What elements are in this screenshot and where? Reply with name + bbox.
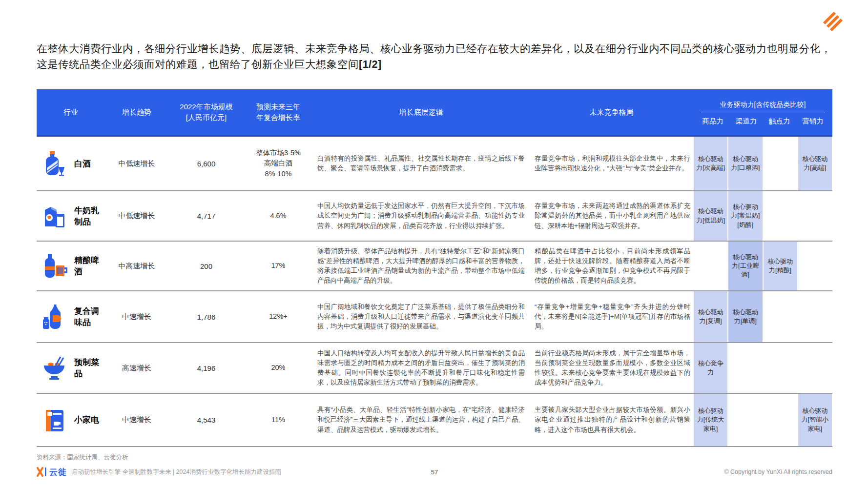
competition-text: 主要被几家头部大型企业占据较大市场份额。新兴小家电企业通过推出独特的产品设计和创…: [530, 394, 693, 446]
driver-cell-3-empty: [763, 137, 798, 190]
driver-subheaders: 商品力渠道力触点力营销力: [696, 117, 829, 126]
industry-name: 小家电: [74, 414, 99, 426]
driver-subheader-4: 营销力: [796, 117, 829, 126]
driver-subheader-1: 商品力: [696, 117, 729, 126]
source-note: 资料来源：国家统计局、云徙分析: [37, 453, 128, 462]
cagr-value: 12%+: [244, 291, 312, 342]
driver-subheader-3: 触点力: [763, 117, 796, 126]
table-row: 复合调味品 中速增长 1,786 12%+ 中国广阔地域和餐饮文化奠定了广泛菜系…: [37, 291, 832, 343]
driver-cell-4-empty: [798, 343, 832, 393]
competition-text: 当前行业稳态格局尚未形成，属于完全增量型市场，当前预制菜企业呈现数量多而规模小，…: [530, 343, 693, 393]
market-size-value: 4,543: [168, 394, 244, 446]
industry-name: 牛奶乳制品: [74, 205, 105, 227]
cagr-value: 11%: [244, 394, 312, 446]
brand-logo: 云徙: [37, 467, 67, 478]
header-growth-trend: 增长趋势: [105, 89, 168, 135]
driver-cell-3-empty: [763, 291, 798, 342]
market-size-value: 4,717: [168, 191, 244, 241]
competition-text: “存量竞争+增量竞争+稳量竞争”齐头并进的分饼时代，未来将是N[全能选手]+M[…: [530, 291, 693, 342]
yunxi-logo-icon: [37, 467, 47, 477]
growth-logic-text: 中国广阔地域和餐饮文化奠定了广泛菜系基础，提供了极佳品类细分和内容基础，消费升级…: [312, 291, 530, 342]
header-drivers-group: 业务驱动力[含传统品类比较] 商品力渠道力触点力营销力: [693, 89, 832, 135]
header-industry: 行业: [37, 89, 105, 135]
header-growth-logic: 增长底层逻辑: [312, 89, 530, 135]
driver-cells: 核心驱动力[复调]核心驱动力[单调]: [693, 291, 832, 342]
driver-cell-2-empty: [728, 343, 763, 393]
driver-subheader-2: 渠道力: [729, 117, 763, 126]
competition-text: 存量竞争市场，未来两超将通过成熟的渠道体系扩充除常温奶外的其他品类，而中小乳企则…: [530, 191, 693, 241]
industry-name: 精酿啤酒: [74, 255, 105, 277]
cagr-value: 整体市场3-5% 高端白酒 8%-10%: [244, 137, 312, 190]
driver-cell-1-empty: [693, 242, 728, 290]
craft-beer-icon: [41, 252, 68, 280]
driver-cells: 核心竞争力: [693, 343, 832, 393]
industry-name: 白酒: [74, 158, 91, 169]
industry-name: 复合调味品: [74, 305, 105, 328]
page-title-index: [1/2]: [359, 59, 382, 70]
driver-cell-4: 核心驱动力[智能小家电]: [798, 394, 832, 446]
market-size-value: 1,786: [168, 291, 244, 342]
brand-name: 云徙: [49, 467, 67, 478]
driver-cell-2: 核心驱动力[口粮酒]: [728, 137, 763, 190]
driver-cell-2: 核心驱动力[单调]: [728, 291, 763, 342]
growth-trend: 高速增长: [105, 343, 168, 393]
driver-cells: 核心驱动力[传统大家电]核心驱动力[智能小家电]: [693, 394, 832, 446]
growth-logic-text: 白酒特有的投资属性、礼品属性、社交属性长期存在，疫情之后线下餐饮、聚会、宴请等场…: [312, 137, 530, 190]
growth-logic-text: 随着消费升级、整体产品结构提升，具有“独特爱尔工艺”和“新鲜凉爽口感”差异性的精…: [312, 242, 530, 290]
growth-trend: 中速增长: [105, 291, 168, 342]
driver-cell-1: 核心驱动力[复调]: [693, 291, 728, 342]
market-size-value: 6,600: [168, 137, 244, 190]
drivers-header-divider: [701, 113, 825, 113]
header-cagr: 预测未来三年 年复合增长率: [244, 89, 312, 135]
driver-cell-2: 核心驱动力[工业啤酒]: [728, 242, 763, 290]
driver-cell-1: 核心驱动力[传统大家电]: [693, 394, 728, 446]
page-title: 在整体大消费行业内，各细分行业增长趋势、底层逻辑、未来竞争格局、核心业务驱动力已…: [37, 41, 835, 73]
seasoning-bottle-icon: [41, 303, 68, 331]
driver-cells: 核心驱动力[工业啤酒]核心驱动力[精酿]: [693, 242, 832, 290]
driver-cell-3-empty: [763, 343, 798, 393]
driver-cell-1: 核心驱动力[低温奶]: [693, 191, 728, 241]
page-number: 57: [431, 468, 438, 476]
growth-logic-text: 中国人口结构转变及人均可支配收入的提升导致人民日益增长的美食品味需求与匮乏的时间…: [312, 343, 530, 393]
footer: 云徙 启动韧性增长引擎 全速制胜数字未来 | 2024消费行业数字化增长能力建设…: [37, 465, 832, 479]
cagr-value: 4.6%: [244, 191, 312, 241]
industry-comparison-table: 行业 增长趋势 2022年市场规模 [人民币亿元] 预测未来三年 年复合增长率 …: [37, 89, 832, 447]
table-row: 精酿啤酒 中高速增长 200 17% 随着消费升级、整体产品结构提升，具有“独特…: [37, 242, 832, 291]
small-appliance-icon: [41, 406, 68, 434]
header-competition: 未来竞争格局: [530, 89, 693, 135]
corner-stripes-icon: [822, 11, 843, 31]
footer-tagline: 启动韧性增长引擎 全速制胜数字未来 | 2024消费行业数字化增长能力建设指南: [72, 468, 281, 476]
slide: 在整体大消费行业内，各细分行业增长趋势、底层逻辑、未来竞争格局、核心业务驱动力已…: [0, 0, 868, 488]
baijiu-bottle-icon: [41, 149, 68, 178]
driver-cell-4: 核心驱动力[高端]: [798, 137, 832, 190]
growth-trend: 中低速增长: [105, 191, 168, 241]
prepared-food-bowl-icon: [41, 354, 68, 382]
milk-carton-icon: [41, 202, 68, 230]
driver-cell-2: 核心驱动力[常温奶][奶酪]: [728, 191, 763, 241]
growth-logic-text: 具有“小品类、大单品、轻生活”特性创新小家电，在“宅经济、健康经济和悦己经济”三…: [312, 394, 530, 446]
cagr-value: 20%: [244, 343, 312, 393]
market-size-value: 4,196: [168, 343, 244, 393]
driver-cell-3-empty: [763, 191, 798, 241]
growth-trend: 中低速增长: [105, 137, 168, 190]
cagr-value: 17%: [244, 242, 312, 290]
table-header: 行业 增长趋势 2022年市场规模 [人民币亿元] 预测未来三年 年复合增长率 …: [37, 89, 832, 137]
driver-cell-3-empty: [763, 394, 798, 446]
driver-cell-4-empty: [798, 242, 832, 290]
driver-cells: 核心驱动力[次高端]核心驱动力[口粮酒]核心驱动力[高端]: [693, 137, 832, 190]
driver-cell-2-empty: [728, 394, 763, 446]
table-row: 白酒 中低速增长 6,600 整体市场3-5% 高端白酒 8%-10% 白酒特有…: [37, 137, 832, 191]
competition-text: 存量竞争市场，利润和规模往头部企业集中，未来行业阵营将出现快速分化，“大强”与“…: [530, 137, 693, 190]
table-body: 白酒 中低速增长 6,600 整体市场3-5% 高端白酒 8%-10% 白酒特有…: [37, 137, 832, 447]
header-market-size: 2022年市场规模 [人民币亿元]: [168, 89, 244, 135]
page-title-text: 在整体大消费行业内，各细分行业增长趋势、底层逻辑、未来竞争格局、核心业务驱动力已…: [37, 43, 831, 70]
copyright: © Copyright by YunXi All rights reserved: [724, 468, 832, 475]
header-drivers-group-label: 业务驱动力[含传统品类比较]: [696, 101, 829, 113]
driver-cell-1: 核心驱动力[次高端]: [693, 137, 728, 190]
table-row: 小家电 中速增长 4,543 11% 具有“小品类、大单品、轻生活”特性创新小家…: [37, 394, 832, 447]
market-size-value: 200: [168, 242, 244, 290]
driver-cell-1: 核心竞争力: [693, 343, 728, 393]
growth-logic-text: 中国人均饮奶量远低于发达国家水平，仍然有巨大提升空间，下沉市场成长空间更为广阔；…: [312, 191, 530, 241]
driver-cell-4-empty: [798, 191, 832, 241]
growth-trend: 中高速增长: [105, 242, 168, 290]
